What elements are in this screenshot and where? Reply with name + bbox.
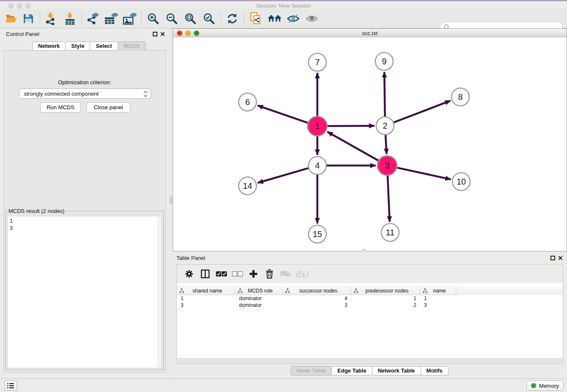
graph-edge-2-8[interactable] xyxy=(394,101,451,122)
graph-edge-4-14[interactable] xyxy=(258,168,308,183)
zoom-in-icon[interactable] xyxy=(146,12,160,25)
column-header-predecessor-nodes[interactable]: predecessor nodes xyxy=(351,287,420,295)
save-icon[interactable] xyxy=(21,12,36,25)
control-panel-header: Control Panel ✕ xyxy=(0,28,169,40)
tab-network-table[interactable]: Network Table xyxy=(372,366,421,375)
export-network-icon[interactable] xyxy=(85,12,100,25)
graph-node-9[interactable]: 9 xyxy=(375,52,393,70)
column-type-icon xyxy=(285,288,290,293)
function-builder-icon: f(x) xyxy=(294,268,310,280)
table-cell[interactable]: 1 xyxy=(420,295,456,302)
export-table-icon[interactable] xyxy=(104,12,118,25)
delete-table-icon xyxy=(278,268,294,280)
export-image-icon[interactable] xyxy=(123,12,137,25)
graph-node-8[interactable]: 8 xyxy=(451,88,469,106)
table-cell[interactable]: 1 xyxy=(351,295,420,302)
graph-edge-3-1[interactable] xyxy=(328,132,379,160)
import-network-icon[interactable] xyxy=(43,12,58,25)
memory-status-icon xyxy=(531,383,536,388)
run-mcds-button[interactable]: Run MCDS xyxy=(40,102,81,113)
refresh-layout-icon[interactable] xyxy=(225,12,239,25)
result-scrollbar[interactable] xyxy=(157,216,162,368)
import-table-icon[interactable] xyxy=(63,12,77,25)
close-panel-icon[interactable]: ✕ xyxy=(160,30,165,38)
graph-edge-1-6[interactable] xyxy=(258,105,308,123)
settings-gear-icon[interactable] xyxy=(181,268,197,280)
tab-mcds[interactable]: MCDS xyxy=(118,41,146,51)
graph-node-6[interactable]: 6 xyxy=(239,93,256,111)
criterion-dropdown[interactable]: strongly connected component xyxy=(19,88,151,99)
task-list-button[interactable] xyxy=(4,381,17,391)
zoom-selected-icon[interactable] xyxy=(202,12,216,25)
show-eye-icon[interactable] xyxy=(305,12,319,25)
hide-eye-slash-icon[interactable] xyxy=(286,12,300,25)
neighbors-houses-icon[interactable] xyxy=(267,12,282,25)
column-header-shared-name[interactable]: shared name xyxy=(177,287,235,295)
graph-edge-3-10[interactable] xyxy=(397,168,451,179)
graph-node-label: 11 xyxy=(386,228,395,237)
table-row[interactable]: 3dominator323 xyxy=(177,302,563,309)
table-footer-strip xyxy=(177,358,563,364)
tab-motifs[interactable]: Motifs xyxy=(421,366,449,375)
table-cell[interactable]: 4 xyxy=(283,295,351,302)
add-column-plus-icon[interactable] xyxy=(245,268,261,280)
window-title: Session: New Session xyxy=(0,3,567,9)
table-header-row: shared nameMCDS rolesuccessor nodesprede… xyxy=(177,287,563,295)
float-panel-icon[interactable] xyxy=(153,32,157,36)
zoom-out-icon[interactable] xyxy=(165,12,179,25)
graph-node-10[interactable]: 10 xyxy=(452,173,470,190)
graph-node-2[interactable]: 2 xyxy=(376,117,394,135)
tab-style[interactable]: Style xyxy=(65,41,90,51)
app-titlebar: Session: New Session xyxy=(0,1,567,8)
table-cell[interactable]: 2 xyxy=(351,302,420,309)
table-cell[interactable]: 3 xyxy=(177,302,235,309)
table-cell[interactable]: 3 xyxy=(283,302,351,309)
dropdown-stepper-icon xyxy=(143,90,148,99)
graph-node-3[interactable]: 3 xyxy=(377,156,397,175)
delete-trash-icon[interactable] xyxy=(261,268,278,280)
column-header-MCDS-role[interactable]: MCDS role xyxy=(235,287,283,295)
close-table-panel-icon[interactable]: ✕ xyxy=(558,254,563,262)
table-cell[interactable]: 1 xyxy=(177,295,235,302)
column-header-name[interactable]: name xyxy=(420,287,456,295)
graph-edge-3-11[interactable] xyxy=(388,176,390,222)
mcds-result-area[interactable]: 1 3 xyxy=(7,216,162,368)
graph-node-7[interactable]: 7 xyxy=(308,53,326,71)
tab-network[interactable]: Network xyxy=(32,41,66,51)
tab-edge-table[interactable]: Edge Table xyxy=(331,366,372,375)
splitter-grip[interactable] xyxy=(170,197,172,204)
graph-edge-2-3[interactable] xyxy=(385,135,386,154)
graph-node-15[interactable]: 15 xyxy=(308,225,326,243)
network-window-titlebar[interactable]: ✕ − + scc.txt xyxy=(173,29,567,37)
tab-node-table[interactable]: Node Table xyxy=(291,366,332,375)
graph-node-4[interactable]: 4 xyxy=(308,157,326,174)
network-graph[interactable]: 7968124314101511 xyxy=(173,37,567,251)
graph-edge-1-2[interactable] xyxy=(328,126,374,126)
float-table-panel-icon[interactable] xyxy=(550,256,555,260)
close-panel-button[interactable]: Close panel xyxy=(86,102,130,113)
table-body: 1dominator4113dominator323 xyxy=(177,295,563,309)
memory-button[interactable]: Memory xyxy=(526,381,564,391)
open-folder-icon[interactable] xyxy=(4,12,19,25)
zoom-fit-icon[interactable] xyxy=(183,12,198,25)
network-canvas[interactable]: 7968124314101511 xyxy=(173,37,567,251)
graph-node-label: 7 xyxy=(315,58,319,67)
table-cell[interactable]: dominator xyxy=(235,295,283,302)
graph-node-11[interactable]: 11 xyxy=(381,224,399,241)
deselect-all-checkboxes-icon[interactable] xyxy=(229,268,245,280)
split-columns-icon[interactable] xyxy=(197,268,213,280)
graph-edge-2-9[interactable] xyxy=(384,72,385,116)
table-cell[interactable]: 3 xyxy=(420,302,456,309)
table-cell[interactable]: dominator xyxy=(235,302,283,309)
table-row[interactable]: 1dominator411 xyxy=(177,295,563,302)
graph-node-1[interactable]: 1 xyxy=(308,116,327,136)
column-header-successor-nodes[interactable]: successor nodes xyxy=(283,287,351,295)
graph-node-14[interactable]: 14 xyxy=(239,177,256,195)
network-window: ✕ − + scc.txt 7968124314101511 xyxy=(173,28,567,251)
copy-network-documents-icon[interactable] xyxy=(249,12,263,25)
criterion-dropdown-value: strongly connected component xyxy=(24,91,99,97)
tab-select[interactable]: Select xyxy=(90,41,118,51)
vertical-splitter[interactable] xyxy=(169,28,173,378)
select-all-checkboxes-icon[interactable] xyxy=(213,268,229,280)
column-type-icon xyxy=(354,288,358,293)
